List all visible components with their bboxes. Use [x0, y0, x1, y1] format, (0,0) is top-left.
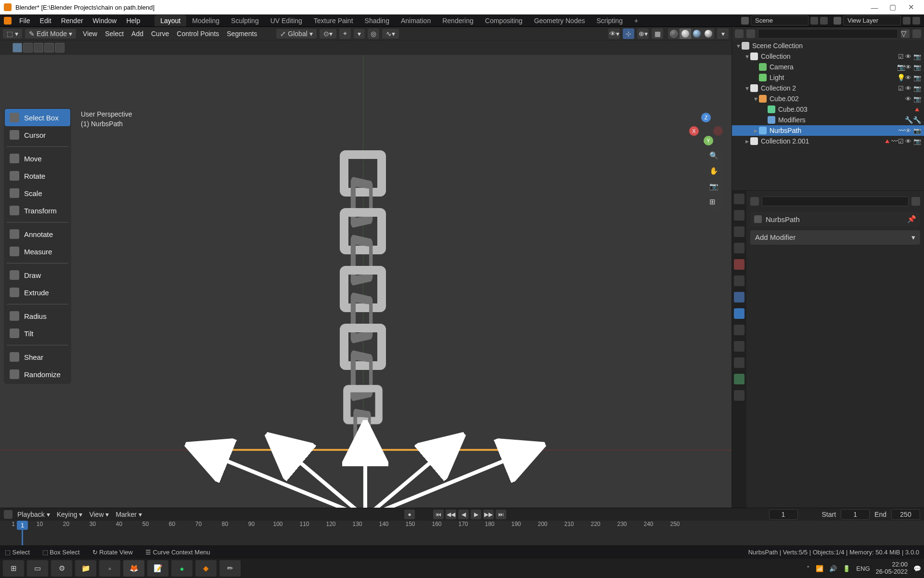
viewlayer-selector[interactable]	[834, 15, 920, 26]
outliner-visibility-icons[interactable]: ☑ 👁 📷	[898, 53, 921, 60]
outliner-visibility-icons[interactable]: ☑ 👁 📷	[898, 138, 921, 145]
twisty-icon[interactable]: ▸	[744, 137, 750, 145]
workspace-tab-shading[interactable]: Shading	[359, 15, 395, 26]
tray-volume-icon[interactable]: 🔊	[829, 565, 837, 572]
window-maximize-button[interactable]: ▢	[884, 0, 902, 14]
shading-solid[interactable]	[680, 28, 691, 39]
outliner-display-mode[interactable]	[746, 29, 755, 38]
outliner-row-collection-2-001[interactable]: ▸Collection 2.001 🔺〰☑ 👁 📷	[732, 136, 924, 146]
workspace-tab-scripting[interactable]: Scripting	[590, 15, 628, 26]
outliner-row-collection-2[interactable]: ▾Collection 2☑ 👁 📷	[732, 83, 924, 93]
tray-chevron-icon[interactable]: ˄	[807, 565, 810, 572]
properties-breadcrumb[interactable]: NurbsPath 📌	[750, 212, 920, 226]
tray-battery-icon[interactable]: 🔋	[843, 565, 850, 572]
timeline-menu-keying[interactable]: Keying ▾	[57, 511, 83, 518]
tool-transform[interactable]: Transform	[5, 202, 70, 219]
prop-tab-output[interactable]	[734, 210, 744, 221]
control-point-1[interactable]	[214, 448, 218, 452]
next-keyframe-button[interactable]: ▶▶	[483, 510, 494, 519]
control-point-5[interactable]	[513, 448, 516, 452]
start-frame-input[interactable]: 1	[841, 509, 870, 520]
outliner-visibility-icons[interactable]: 👁 📷	[905, 127, 921, 134]
tool-rotate[interactable]: Rotate	[5, 167, 70, 184]
prop-tab-physics[interactable]	[734, 341, 744, 352]
timeline-menu-marker[interactable]: Marker ▾	[116, 511, 141, 518]
window-close-button[interactable]: ✕	[902, 0, 920, 14]
proportional-toggle[interactable]: ◎	[368, 28, 379, 39]
snap-dropdown[interactable]: ▾	[354, 29, 365, 39]
3d-viewport[interactable]: CONTROL POINTS Select BoxCursorMoveRotat…	[0, 55, 732, 508]
twisty-icon[interactable]: ▾	[752, 95, 759, 103]
vp-menu-select[interactable]: Select	[101, 30, 128, 38]
zoom-button[interactable]: 🔍	[709, 151, 723, 165]
outliner-row-light[interactable]: Light 💡👁 📷	[732, 72, 924, 83]
whatsapp-app-icon[interactable]: ●	[171, 560, 192, 577]
gizmo-neg-x[interactable]	[713, 126, 723, 136]
camera-view-button[interactable]: 📷	[709, 182, 723, 196]
tool-tilt[interactable]: Tilt	[5, 325, 70, 342]
tool-radius[interactable]: Radius	[5, 307, 70, 325]
prop-tab-render[interactable]	[734, 194, 744, 204]
vp-menu-control-points[interactable]: Control Points	[173, 30, 223, 38]
timeline-track[interactable]: 1102030405060708090100110120130140150160…	[0, 521, 924, 545]
jump-end-button[interactable]: ⏭	[496, 510, 506, 519]
pivot-dropdown[interactable]: ⊙▾	[320, 29, 336, 39]
properties-options-icon[interactable]	[911, 197, 920, 206]
perspective-button[interactable]: ⊞	[709, 197, 723, 211]
workspace-tab-geometry-nodes[interactable]: Geometry Nodes	[528, 15, 591, 26]
twisty-icon[interactable]: ▾	[744, 53, 750, 60]
tray-language[interactable]: ENG	[856, 565, 870, 572]
timeline-menu-playback[interactable]: Playback ▾	[17, 511, 50, 518]
jump-start-button[interactable]: ⏮	[433, 510, 444, 519]
workspace-add-button[interactable]: +	[629, 15, 644, 26]
outliner-visibility-icons[interactable]: ☑ 👁 📷	[898, 85, 921, 92]
vp-menu-curve[interactable]: Curve	[147, 30, 173, 38]
blender-app-icon[interactable]: ◆	[195, 560, 217, 577]
gizmo-toggle[interactable]: ⊹	[623, 28, 634, 39]
vp-menu-view[interactable]: View	[79, 30, 101, 38]
outliner-visibility-icons[interactable]: 👁 📷	[905, 64, 921, 71]
outliner-row-scene-collection[interactable]: ▾Scene Collection	[732, 40, 924, 51]
menu-file[interactable]: File	[14, 17, 35, 25]
autokey-toggle[interactable]: ●	[404, 510, 415, 519]
outliner-row-nurbspath[interactable]: ▸NurbsPath 〰👁 📷	[732, 125, 924, 136]
pan-button[interactable]: ✋	[709, 167, 723, 180]
outliner-visibility-icons[interactable]: 👁 📷	[905, 74, 921, 81]
control-point-4[interactable]	[438, 448, 442, 452]
orientation-dropdown[interactable]: ⤢Global ▾	[276, 29, 316, 39]
pin-icon[interactable]: 📌	[907, 215, 916, 223]
overlay-toggle[interactable]: ⊕▾	[637, 28, 649, 39]
twisty-icon[interactable]: ▾	[744, 84, 750, 92]
outliner-new-collection-icon[interactable]	[912, 29, 921, 38]
taskbar-clock[interactable]: 22:00 26-05-2022	[876, 561, 908, 576]
prop-tab-world[interactable]	[734, 259, 744, 270]
prop-tab-constraints[interactable]	[734, 357, 744, 368]
firefox-app-icon[interactable]: 🦊	[123, 560, 144, 577]
menu-help[interactable]: Help	[121, 17, 145, 25]
tool-extrude[interactable]: Extrude	[5, 284, 70, 301]
select-mode-5[interactable]	[55, 43, 64, 53]
play-button[interactable]: ▶	[471, 510, 481, 519]
tool-draw[interactable]: Draw	[5, 266, 70, 284]
menu-window[interactable]: Window	[88, 17, 122, 25]
settings-app-icon[interactable]: ⚙	[51, 560, 72, 577]
viewlayer-delete-icon[interactable]	[912, 17, 920, 25]
outliner-filter-icon[interactable]: ▽	[901, 29, 910, 38]
outliner-row-cube-003[interactable]: Cube.003 🔺	[732, 104, 924, 115]
properties-search[interactable]	[762, 197, 909, 206]
proportional-dropdown[interactable]: ∿▾	[382, 29, 399, 39]
scene-name-input[interactable]	[751, 15, 808, 26]
shading-matprev[interactable]	[691, 28, 703, 39]
end-frame-input[interactable]: 250	[891, 509, 920, 520]
store-app-icon[interactable]: ▫	[99, 560, 120, 577]
scene-new-icon[interactable]	[810, 17, 818, 25]
outliner-visibility-icons[interactable]: 👁 📷	[905, 95, 921, 103]
tool-scale[interactable]: Scale	[5, 184, 70, 202]
tool-annotate[interactable]: Annotate	[5, 225, 70, 243]
prop-tab-object[interactable]	[734, 276, 744, 286]
tool-randomize[interactable]: Randomize	[5, 366, 70, 383]
select-mode-1[interactable]	[13, 43, 22, 53]
snap-toggle[interactable]: ⌖	[339, 28, 351, 39]
blender-logo-icon[interactable]	[4, 17, 12, 25]
taskview-button[interactable]: ▭	[27, 560, 48, 577]
